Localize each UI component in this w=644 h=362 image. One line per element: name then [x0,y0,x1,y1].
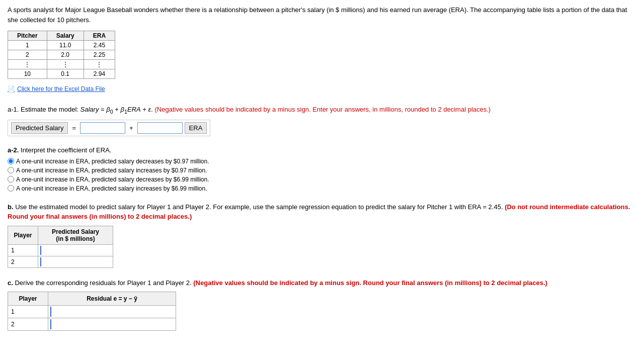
a2-radio-group: A one-unit increase in ERA, predicted sa… [8,158,636,192]
radio-input-1[interactable] [8,158,14,164]
c-question: c. Derive the corresponding residuals fo… [8,278,636,288]
predicted-salary-label: Predicted Salary [11,122,68,134]
beta1-input[interactable] [137,122,183,134]
excel-link[interactable]: 📄 Click here for the Excel Data File [8,85,105,93]
b-input-cell-2 [38,256,113,267]
b-salary-input-1[interactable] [40,246,111,255]
data-table: Pitcher Salary ERA 111.02.4522.02.25⋮⋮⋮1… [8,31,115,79]
table-cell: ⋮ [8,60,47,69]
excel-icon: 📄 [8,85,15,93]
table-cell: 0.1 [47,69,84,79]
b-question-text: Use the estimated model to predict salar… [15,203,505,211]
equals-sign: = [70,124,78,132]
table-cell: ⋮ [84,60,115,69]
a2-question: a-2. Interpret the coefficient of ERA. [8,146,636,154]
radio-option-2[interactable]: A one-unit increase in ERA, predicted sa… [8,167,636,174]
a1-question: Estimate the model: Salary = β0 + β1ERA … [21,106,491,113]
radio-input-2[interactable] [8,167,14,173]
c-player-cell-2: 2 [8,318,48,331]
b-section: b. Use the estimated model to predict sa… [8,202,636,268]
radio-input-4[interactable] [8,185,14,192]
table-cell: 2 [8,50,47,60]
a1-label: a-1. [8,106,19,113]
table-cell: 1 [8,41,47,50]
a2-section: a-2. Interpret the coefficient of ERA. A… [8,146,636,192]
table-cell: 2.0 [47,50,84,60]
table-cell: 2.94 [84,69,115,79]
c-question-text: Derive the corresponding residuals for P… [15,279,193,287]
a1-note: (Negative values should be indicated by … [155,106,491,113]
predicted-salary-table: Player Predicted Salary(in $ millions) 1… [8,226,113,268]
c-col-player: Player [8,292,48,306]
radio-option-4[interactable]: A one-unit increase in ERA, predicted sa… [8,185,636,192]
residual-table: Player Residual e = y − ŷ 12 [8,292,176,331]
b-label: b. [8,203,14,211]
c-section: c. Derive the corresponding residuals fo… [8,278,636,331]
b-player-cell-1: 1 [8,244,38,256]
plus-sign: + [127,124,135,132]
c-residual-input-2[interactable] [50,319,174,329]
radio-option-3[interactable]: A one-unit increase in ERA, predicted sa… [8,176,636,183]
b-col-player: Player [8,226,38,244]
a2-question-text: Interpret the coefficient of ERA. [21,146,111,154]
beta0-input[interactable] [80,122,125,134]
c-input-cell-1 [48,306,176,318]
c-col-residual: Residual e = y − ŷ [48,292,176,306]
table-cell: 2.45 [84,41,115,50]
b-col-predicted: Predicted Salary(in $ millions) [38,226,113,244]
table-cell: 2.25 [84,50,115,60]
c-residual-input-1[interactable] [50,307,174,317]
radio-input-3[interactable] [8,176,14,183]
excel-link-text: Click here for the Excel Data File [17,85,105,93]
a1-section-label: a-1. Estimate the model: Salary = β0 + β… [8,106,636,115]
radio-label-3: A one-unit increase in ERA, predicted sa… [16,176,209,183]
col-header-salary: Salary [47,31,84,41]
b-input-cell-1 [38,244,113,256]
radio-label-1: A one-unit increase in ERA, predicted sa… [16,158,209,165]
col-header-era: ERA [84,31,115,41]
radio-label-4: A one-unit increase in ERA, predicted sa… [16,185,207,192]
c-input-cell-2 [48,318,176,331]
col-header-pitcher: Pitcher [8,31,47,41]
b-player-cell-2: 2 [8,256,38,267]
radio-label-2: A one-unit increase in ERA, predicted sa… [16,167,207,174]
table-cell: 11.0 [47,41,84,50]
radio-option-1[interactable]: A one-unit increase in ERA, predicted sa… [8,158,636,165]
b-question: b. Use the estimated model to predict sa… [8,202,636,222]
table-cell: 10 [8,69,47,79]
b-salary-input-2[interactable] [40,257,111,266]
c-note: (Negative values should be indicated by … [193,279,547,287]
c-player-cell-1: 1 [8,306,48,318]
intro-text: A sports analyst for Major League Baseba… [8,5,636,25]
a2-label: a-2. [8,146,19,154]
c-label: c. [8,279,13,287]
table-cell: ⋮ [47,60,84,69]
model-equation: Predicted Salary = + ERA [8,120,210,136]
era-label: ERA [185,122,207,134]
